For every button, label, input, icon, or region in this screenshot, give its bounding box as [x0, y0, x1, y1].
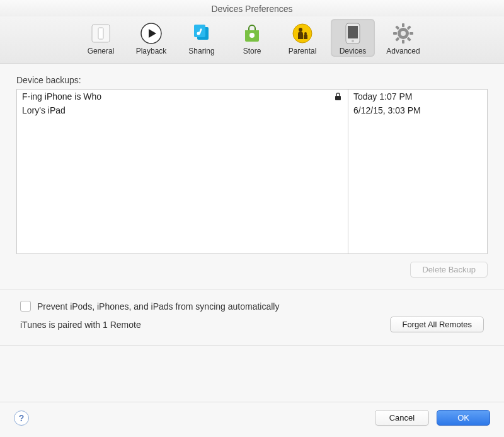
- tab-label: Devices: [340, 47, 367, 55]
- svg-point-8: [249, 33, 255, 38]
- store-icon: [240, 21, 264, 45]
- svg-rect-16: [402, 23, 404, 27]
- backup-date: 6/12/15, 3:03 PM: [348, 103, 487, 117]
- svg-rect-19: [410, 32, 413, 35]
- tab-label: General: [88, 47, 115, 55]
- backup-row[interactable]: F-ing iPhone is Who: [17, 90, 348, 103]
- parental-icon: [290, 21, 314, 45]
- tab-devices[interactable]: Devices: [331, 19, 375, 57]
- window-title: Devices Preferences: [0, 0, 504, 16]
- svg-rect-21: [395, 37, 399, 42]
- tab-playback[interactable]: Playback: [129, 19, 173, 57]
- svg-rect-18: [393, 32, 397, 35]
- backup-dates-column: Today 1:07 PM 6/12/15, 3:03 PM: [348, 90, 487, 253]
- forget-remotes-button[interactable]: Forget All Remotes: [390, 317, 484, 332]
- tab-label: Store: [243, 47, 261, 55]
- svg-rect-23: [407, 37, 411, 42]
- svg-rect-25: [335, 96, 341, 100]
- svg-rect-17: [402, 40, 404, 44]
- remotes-status: iTunes is paired with 1 Remote: [20, 320, 141, 330]
- lock-icon: [335, 93, 341, 101]
- divider: [0, 345, 504, 346]
- dialog-footer: ? Cancel OK: [0, 402, 504, 437]
- backup-row[interactable]: Lory's iPad: [17, 103, 348, 117]
- backup-names-column: F-ing iPhone is Who Lory's iPad: [17, 90, 348, 253]
- backup-name: F-ing iPhone is Who: [22, 91, 101, 102]
- prevent-sync-checkbox[interactable]: [20, 301, 31, 312]
- cancel-button[interactable]: Cancel: [375, 410, 429, 426]
- sharing-icon: [190, 21, 214, 45]
- tab-store[interactable]: Store: [230, 19, 274, 57]
- backup-date: Today 1:07 PM: [348, 90, 487, 103]
- devices-icon: [341, 21, 365, 45]
- svg-rect-22: [395, 25, 399, 30]
- tab-label: Sharing: [188, 47, 214, 55]
- svg-point-24: [401, 31, 406, 36]
- delete-backup-button[interactable]: Delete Backup: [410, 262, 488, 277]
- tab-general[interactable]: General: [79, 19, 123, 57]
- general-icon: [89, 21, 113, 45]
- tab-label: Playback: [136, 47, 167, 55]
- content-pane: Device backups: F-ing iPhone is Who Lory…: [0, 64, 504, 402]
- tab-sharing[interactable]: Sharing: [180, 19, 224, 57]
- gear-icon: [391, 21, 415, 45]
- help-button[interactable]: ?: [14, 411, 29, 426]
- tab-parental[interactable]: Parental: [280, 19, 324, 57]
- ok-button[interactable]: OK: [437, 410, 490, 426]
- backup-list[interactable]: F-ing iPhone is Who Lory's iPad Today 1:…: [16, 89, 488, 254]
- svg-rect-20: [407, 25, 411, 30]
- svg-rect-13: [348, 26, 358, 38]
- play-icon: [139, 21, 163, 45]
- preferences-window: Devices Preferences General Playback: [0, 0, 504, 437]
- svg-point-14: [352, 40, 354, 42]
- backups-label: Device backups:: [16, 75, 488, 85]
- tab-label: Parental: [289, 47, 317, 55]
- preferences-toolbar: General Playback Sharing: [0, 16, 504, 64]
- tab-label: Advanced: [386, 47, 420, 55]
- svg-rect-1: [98, 28, 103, 39]
- tab-advanced[interactable]: Advanced: [381, 19, 425, 57]
- prevent-sync-label: Prevent iPods, iPhones, and iPads from s…: [37, 301, 279, 312]
- svg-point-10: [299, 28, 302, 32]
- backup-name: Lory's iPad: [22, 105, 66, 115]
